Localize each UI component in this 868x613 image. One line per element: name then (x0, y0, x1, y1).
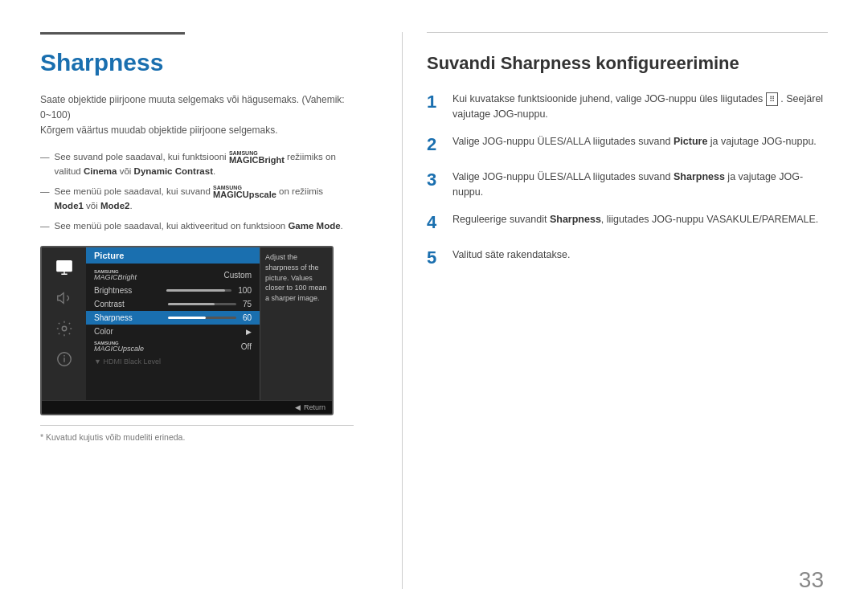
menu-sidebar (42, 247, 86, 400)
svg-point-3 (62, 327, 67, 332)
step-4: 4 Reguleerige suvandit Sharpness, liigut… (427, 212, 828, 236)
menu-row-color: Color ▶ (86, 325, 260, 338)
step-2: 2 Valige JOG-nuppu ÜLES/ALLA liigutades … (427, 134, 828, 158)
note-1: — See suvand pole saadaval, kui funktsio… (40, 150, 354, 178)
svg-rect-0 (56, 261, 71, 272)
menu-content: Picture SAMSUNG MAGICBright (86, 247, 260, 400)
menu-row-contrast: Contrast 75 (86, 297, 260, 311)
menu-content-area: Picture SAMSUNG MAGICBright (86, 247, 332, 400)
top-accent-line (40, 32, 185, 35)
monitor-mockup: Picture SAMSUNG MAGICBright (40, 246, 334, 415)
menu-row-sharpness: Sharpness 60 (86, 311, 260, 325)
top-line (427, 32, 828, 33)
right-title: Suvandi Sharpness konfigureerimine (427, 53, 828, 74)
step-3: 3 Valige JOG-nuppu ÜLES/ALLA liigutades … (427, 170, 828, 201)
monitor-menu: Picture SAMSUNG MAGICBright (42, 247, 332, 400)
right-column: Suvandi Sharpness konfigureerimine 1 Kui… (427, 32, 828, 589)
footnote: * Kuvatud kujutis võib mudeliti erineda. (40, 425, 354, 442)
info-icon (52, 347, 76, 371)
return-button: ◀ Return (295, 403, 326, 411)
gear-icon (52, 317, 76, 341)
left-column: Sharpness Saate objektide piirjoone muut… (40, 32, 378, 589)
menu-rows: SAMSUNG MAGICBright Custom Brightness (86, 264, 260, 371)
column-divider (402, 32, 403, 589)
speaker-icon (52, 286, 76, 310)
svg-point-6 (63, 356, 64, 357)
menu-tooltip: Adjust the sharpness of the picture. Val… (260, 247, 332, 400)
step-5: 5 Valitud säte rakendatakse. (427, 247, 828, 272)
menu-row-magicupscale: SAMSUNG MAGICUpscale Off (86, 338, 260, 355)
menu-row-brightness: Brightness 100 (86, 284, 260, 297)
note-3: — See menüü pole saadaval, kui aktiveeri… (40, 219, 354, 233)
menu-header: Picture (86, 247, 260, 264)
monitor-icon (52, 255, 76, 280)
steps-list: 1 Kui kuvatakse funktsioonide juhend, va… (427, 92, 828, 272)
monitor-bottom-bar: ◀ Return (42, 400, 332, 414)
step-1: 1 Kui kuvatakse funktsioonide juhend, va… (427, 92, 828, 123)
menu-row-hdmi: ▼ HDMI Black Level (86, 355, 260, 368)
menu-row-magicbright: SAMSUNG MAGICBright Custom (86, 267, 260, 284)
page-number: 33 (799, 567, 824, 593)
note-2: — See menüü pole saadaval, kui suvand SA… (40, 185, 354, 213)
description-1: Saate objektide piirjoone muuta selgemak… (40, 92, 354, 139)
section-title: Sharpness (40, 49, 354, 76)
